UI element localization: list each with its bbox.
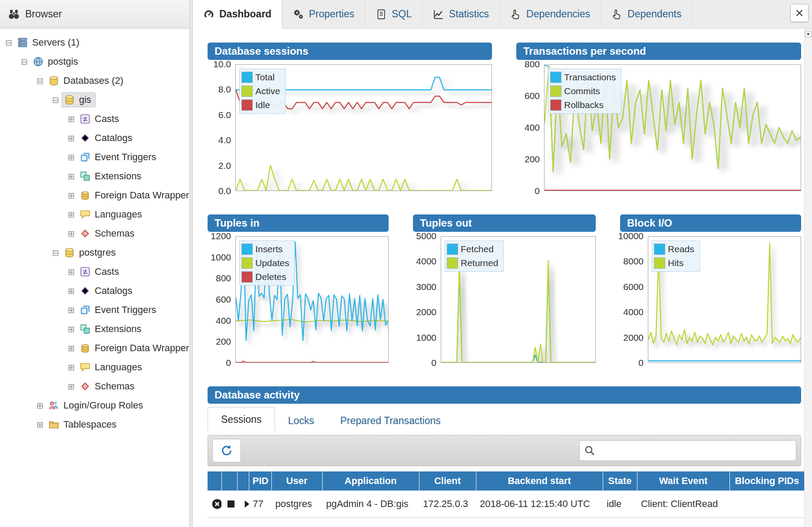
tree-item-tablespaces[interactable]: ⊞Tablespaces — [0, 415, 189, 434]
expand-icon[interactable]: ⊞ — [65, 343, 77, 353]
tab-dependents[interactable]: Dependents — [601, 0, 692, 28]
expand-icon[interactable]: ⊞ — [65, 324, 77, 334]
tree-label: Catalogs — [95, 285, 132, 296]
column-header-state: State — [603, 471, 637, 491]
tree-item-foreign-data-wrappers[interactable]: ⊞Foreign Data Wrappers — [0, 186, 189, 205]
y-tick-label: 1000 — [211, 252, 231, 263]
legend-entry: Updates — [241, 256, 289, 270]
tree-node[interactable]: Extensions — [77, 322, 146, 336]
stop-icon[interactable] — [225, 498, 237, 510]
hand-icon — [510, 9, 522, 20]
tree-item-extensions[interactable]: ⊞Extensions — [0, 319, 189, 339]
scrollbar-top-button[interactable] — [805, 31, 812, 37]
session-row[interactable]: 77postgrespgAdmin 4 - DB:gis172.25.0.320… — [208, 491, 804, 517]
tree-node[interactable]: Languages — [77, 360, 146, 375]
tree-node[interactable]: postgres — [62, 245, 120, 260]
expand-icon[interactable]: ⊞ — [65, 382, 77, 392]
tree-item-event-triggers[interactable]: ⊞Event Triggers — [0, 300, 189, 319]
expand-icon[interactable]: ⊞ — [65, 114, 77, 124]
tree-item-catalogs[interactable]: ⊞Catalogs — [0, 281, 189, 300]
expand-icon[interactable]: ⊞ — [65, 362, 77, 372]
panel-splitter[interactable] — [190, 0, 193, 527]
tree-item-catalogs[interactable]: ⊞Catalogs — [0, 128, 189, 148]
vertical-scrollbar[interactable] — [804, 29, 812, 527]
block-io-title: Block I/O — [620, 214, 801, 232]
legend-entry: Transactions — [550, 70, 616, 84]
tree-item-schemas[interactable]: ⊞Schemas — [0, 377, 189, 396]
tree-node[interactable]: Casts — [77, 112, 123, 126]
tab-properties[interactable]: Properties — [282, 0, 365, 28]
tree-node[interactable]: Foreign Data Wrappers — [77, 341, 189, 356]
tree-item-casts[interactable]: ⊞Casts — [0, 109, 189, 128]
tree-node[interactable]: Extensions — [77, 169, 146, 184]
tree-item-foreign-data-wrappers[interactable]: ⊞Foreign Data Wrappers — [0, 339, 189, 358]
expand-icon[interactable]: ⊞ — [65, 286, 77, 296]
tree-node[interactable]: Databases (2) — [46, 73, 128, 88]
tab-dashboard[interactable]: Dashboard — [193, 0, 282, 28]
y-tick-label: 2000 — [623, 333, 644, 343]
expand-icon[interactable]: ⊞ — [65, 229, 77, 239]
tree-item-event-triggers[interactable]: ⊞Event Triggers — [0, 148, 189, 167]
tab-sql[interactable]: SQL — [365, 0, 423, 28]
collapse-icon[interactable]: ⊟ — [50, 248, 62, 258]
expand-icon[interactable]: ⊞ — [65, 133, 77, 143]
expand-icon[interactable]: ⊞ — [65, 152, 77, 162]
tree-node[interactable]: Login/Group Roles — [46, 398, 147, 413]
search-box[interactable] — [579, 440, 796, 461]
tree-item-casts[interactable]: ⊞Casts — [0, 262, 189, 281]
tree-node[interactable]: Casts — [77, 264, 123, 279]
collapse-icon[interactable]: ⊟ — [18, 57, 30, 67]
database-icon — [63, 94, 76, 105]
tree-node[interactable]: Schemas — [77, 379, 139, 394]
activity-tab-prepared-transactions[interactable]: Prepared Transactions — [327, 410, 453, 431]
tree-item-postgres[interactable]: ⊟postgres — [0, 243, 189, 262]
tab-statistics[interactable]: Statistics — [423, 0, 500, 28]
hand-icon — [611, 9, 623, 20]
chart-row-2: Tuples in 120010008006004002000 InsertsU… — [208, 214, 804, 363]
tuples-out-title: Tuples out — [413, 214, 596, 232]
cancel-icon[interactable] — [211, 498, 221, 510]
tree-node[interactable]: Tablespaces — [46, 417, 121, 432]
tree-item-postgis[interactable]: ⊟postgis — [0, 52, 189, 71]
tree-item-login-group-roles[interactable]: ⊞Login/Group Roles — [0, 396, 189, 415]
tree-node[interactable]: gis — [62, 92, 96, 107]
tree-node[interactable]: Event Triggers — [77, 303, 161, 317]
collapse-icon[interactable]: ⊟ — [3, 38, 15, 48]
collapse-icon[interactable]: ⊟ — [50, 95, 62, 105]
column-header-wait-event: Wait Event — [637, 471, 729, 491]
details-icon[interactable] — [241, 498, 249, 510]
tree-node[interactable]: Event Triggers — [77, 150, 161, 165]
tuples-in-chart: 120010008006004002000 InsertsUpdatesDele… — [208, 236, 389, 363]
tree-item-extensions[interactable]: ⊞Extensions — [0, 167, 189, 186]
tree-node[interactable]: postgis — [30, 54, 83, 69]
expand-icon[interactable]: ⊞ — [34, 401, 46, 411]
expand-icon[interactable]: ⊞ — [65, 191, 77, 201]
tree-node[interactable]: Schemas — [77, 226, 139, 241]
activity-tab-locks[interactable]: Locks — [275, 410, 327, 431]
expand-icon[interactable]: ⊞ — [34, 420, 46, 430]
expand-icon[interactable]: ⊞ — [65, 305, 77, 315]
tree-node[interactable]: Catalogs — [77, 283, 137, 298]
tab-dependencies[interactable]: Dependencies — [500, 0, 601, 28]
activity-tabs: SessionsLocksPrepared Transactions — [208, 405, 801, 431]
tree-node[interactable]: Foreign Data Wrappers — [77, 188, 189, 203]
search-input[interactable] — [599, 442, 792, 459]
expand-icon[interactable]: ⊞ — [65, 267, 77, 277]
tree-node[interactable]: Languages — [77, 207, 146, 222]
tree-item-languages[interactable]: ⊞Languages — [0, 358, 189, 377]
tree-item-gis[interactable]: ⊟gis — [0, 90, 189, 109]
legend-swatch — [241, 257, 253, 269]
expand-icon[interactable]: ⊞ — [65, 171, 77, 181]
close-panel-button[interactable] — [790, 4, 809, 22]
tree-item-languages[interactable]: ⊞Languages — [0, 205, 189, 224]
tree-node[interactable]: Servers (1) — [15, 35, 84, 50]
tree-item-databases-2[interactable]: ⊟Databases (2) — [0, 71, 189, 90]
expand-icon[interactable]: ⊞ — [65, 210, 77, 220]
refresh-button[interactable] — [212, 439, 241, 462]
collapse-icon[interactable]: ⊟ — [34, 76, 46, 86]
tree-item-schemas[interactable]: ⊞Schemas — [0, 224, 189, 243]
tree-item-servers-1[interactable]: ⊟Servers (1) — [0, 33, 189, 52]
activity-tab-sessions[interactable]: Sessions — [208, 407, 275, 431]
tree-node[interactable]: Catalogs — [77, 131, 137, 145]
casts-icon — [79, 266, 91, 277]
